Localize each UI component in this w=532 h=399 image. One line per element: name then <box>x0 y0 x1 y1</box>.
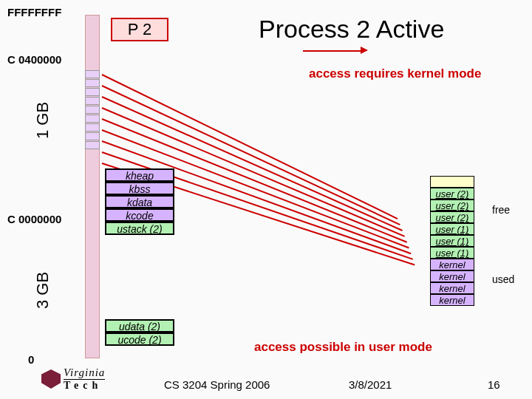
seg-ucode: ucode (2) <box>105 332 174 346</box>
footer-page: 16 <box>488 378 500 391</box>
footer-date: 3/8/2021 <box>349 378 392 391</box>
phys-page <box>430 176 474 188</box>
p2-label: P 2 <box>128 20 152 38</box>
seg-kbss: kbss <box>105 182 174 195</box>
phys-page: user (2) <box>430 211 474 223</box>
annot-used: used <box>492 273 514 285</box>
seg-kdata: kdata <box>105 195 174 208</box>
addr-top: FFFFFFFF <box>7 6 61 18</box>
seg-udata: udata (2) <box>105 319 174 332</box>
as-row <box>85 123 100 132</box>
phys-page: kernel <box>430 270 474 282</box>
seg-kheap: kheap <box>105 168 174 182</box>
phys-page: user (2) <box>430 188 474 200</box>
phys-page: user (1) <box>430 235 474 247</box>
addr-mid: C 0000000 <box>7 213 61 225</box>
page-title: Process 2 Active <box>259 15 444 44</box>
addr-upper: C 0400000 <box>7 53 61 66</box>
addr-bottom: 0 <box>28 353 34 366</box>
as-row <box>85 79 100 87</box>
as-row <box>85 141 100 149</box>
as-row <box>85 88 100 96</box>
addr-space-column <box>85 15 100 358</box>
as-row <box>85 115 100 123</box>
arrowhead-icon <box>361 47 368 54</box>
annot-free: free <box>492 204 510 216</box>
seg-ustack: ustack (2) <box>105 222 174 235</box>
vt-logo: Virginia Tech <box>41 366 105 392</box>
as-row <box>85 132 100 140</box>
vt-shield-icon <box>41 369 61 389</box>
as-row <box>85 70 100 78</box>
label-1gb: 1 GB <box>33 102 52 139</box>
note-kernel-mode: access requires kernel mode <box>309 66 481 81</box>
seg-kcode: kcode <box>105 208 174 222</box>
phys-page: user (1) <box>430 247 474 259</box>
phys-page: kernel <box>430 282 474 294</box>
footer-course: CS 3204 Spring 2006 <box>164 378 270 391</box>
phys-page: kernel <box>430 294 474 306</box>
label-3gb: 3 GB <box>33 272 52 309</box>
phys-page: user (2) <box>430 200 474 211</box>
phys-page: kernel <box>430 259 474 270</box>
process-2-box: P 2 <box>111 18 168 41</box>
as-row <box>85 106 100 114</box>
arrow-under-title <box>303 50 362 52</box>
as-row <box>85 97 100 105</box>
note-user-mode: access possible in user mode <box>254 340 432 355</box>
phys-page: user (1) <box>430 223 474 235</box>
